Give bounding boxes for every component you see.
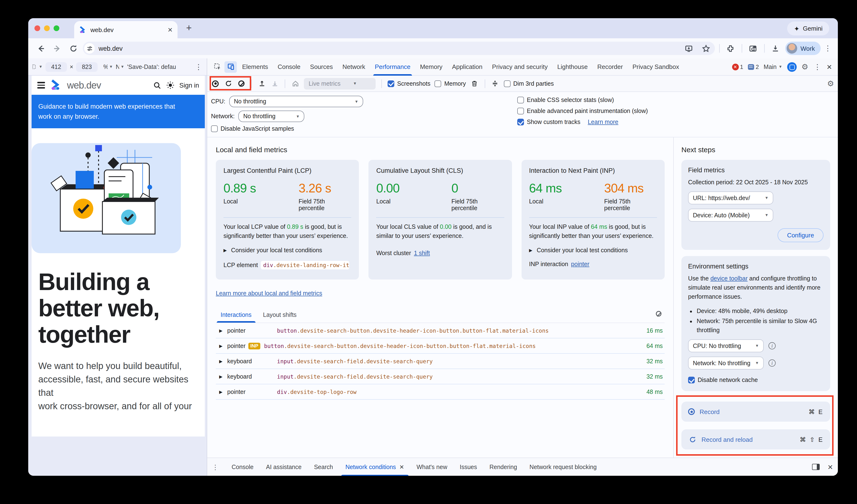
tab-performance[interactable]: Performance bbox=[371, 58, 415, 75]
drawer-tab-rendering[interactable]: Rendering bbox=[483, 458, 523, 476]
device-toolbar-toggle-icon[interactable] bbox=[224, 61, 237, 72]
install-icon[interactable] bbox=[682, 41, 696, 55]
theme-toggle-icon[interactable] bbox=[166, 81, 174, 89]
learn-more-metrics-link[interactable]: Learn more about local and field metrics bbox=[216, 290, 322, 297]
hamburger-menu-icon[interactable] bbox=[37, 82, 45, 88]
tab-interactions[interactable]: Interactions bbox=[216, 309, 256, 323]
tab-layout-shifts[interactable]: Layout shifts bbox=[258, 309, 301, 323]
disable-js-samples-checkbox[interactable]: Disable JavaScript samples bbox=[211, 125, 517, 132]
interaction-row[interactable]: ▶ pointer button.devsite-search-button.d… bbox=[216, 323, 665, 338]
site-logo-text[interactable]: web.dev bbox=[67, 80, 101, 91]
inp-test-conditions-expander[interactable]: ▶Consider your local test conditions bbox=[529, 247, 657, 254]
network-info-icon[interactable]: i bbox=[769, 359, 776, 367]
env-cpu-select[interactable]: CPU: No throttling▼ bbox=[688, 339, 764, 352]
interaction-row[interactable]: ▶ pointer INP button.devsite-search-butt… bbox=[216, 338, 665, 354]
capture-settings-gear-icon[interactable]: ⚙ bbox=[827, 79, 834, 88]
omnibox[interactable]: web.dev bbox=[83, 41, 715, 55]
load-profile-icon[interactable] bbox=[257, 79, 266, 88]
drawer-tab-close-icon[interactable]: ✕ bbox=[399, 464, 404, 470]
clear-log-icon[interactable] bbox=[656, 311, 661, 316]
drawer-layout-icon[interactable] bbox=[812, 464, 820, 470]
drawer-close-icon[interactable]: ✕ bbox=[827, 463, 833, 471]
home-live-metrics-icon[interactable] bbox=[291, 79, 300, 88]
lcp-test-conditions-expander[interactable]: ▶Consider your local test conditions bbox=[223, 247, 351, 254]
save-data-label[interactable]: 'Save-Data': defau bbox=[127, 63, 176, 70]
interaction-row[interactable]: ▶ keyboard input.devsite-search-field.de… bbox=[216, 354, 665, 369]
reload-button[interactable] bbox=[67, 41, 80, 55]
site-settings-icon[interactable] bbox=[84, 43, 95, 54]
cpu-throttle-select[interactable]: No throttling▼ bbox=[229, 96, 363, 107]
save-profile-icon[interactable] bbox=[270, 79, 279, 88]
back-button[interactable] bbox=[34, 41, 47, 55]
interaction-row[interactable]: ▶ pointer div.devsite-top-logo-row 48 ms bbox=[216, 384, 665, 400]
site-search-icon[interactable] bbox=[153, 81, 161, 89]
error-badge[interactable]: ✕1 bbox=[732, 63, 743, 70]
sign-in-button[interactable]: Sign in bbox=[179, 82, 199, 89]
drawer-tab-search[interactable]: Search bbox=[308, 458, 339, 476]
devtools-close-icon[interactable]: ✕ bbox=[827, 63, 832, 71]
tab-lighthouse[interactable]: Lighthouse bbox=[553, 58, 592, 75]
device-toolbar-link[interactable]: device toolbar bbox=[710, 275, 747, 282]
inp-interaction-link[interactable]: pointer bbox=[571, 261, 589, 268]
garbage-collect-icon[interactable] bbox=[470, 79, 479, 88]
downloads-icon[interactable] bbox=[769, 41, 783, 55]
minimize-window-button[interactable] bbox=[44, 26, 50, 31]
interaction-row[interactable]: ▶ keyboard input.devsite-search-field.de… bbox=[216, 369, 665, 384]
devtools-settings-gear-icon[interactable]: ⚙ bbox=[802, 62, 808, 71]
record-reload-action-button[interactable]: Record and reload ⌘ ⇧ E bbox=[682, 429, 830, 450]
drawer-menu-icon[interactable]: ⋮ bbox=[212, 463, 219, 471]
gemini-button[interactable]: ✦ Gemini bbox=[787, 21, 829, 35]
collapse-sections-icon[interactable] bbox=[491, 79, 499, 88]
row-expander-icon[interactable]: ▶ bbox=[219, 374, 222, 379]
drawer-tab-network-conditions[interactable]: Network conditions✕ bbox=[339, 458, 410, 476]
devtools-menu-icon[interactable]: ⋮ bbox=[813, 63, 822, 71]
cpu-info-icon[interactable]: i bbox=[769, 342, 776, 349]
bookmark-star-icon[interactable] bbox=[700, 41, 713, 55]
screenshots-checkbox[interactable]: Screenshots bbox=[388, 80, 431, 87]
tab-sources[interactable]: Sources bbox=[306, 58, 337, 75]
advanced-paint-checkbox[interactable]: Enable advanced paint instrumentation (s… bbox=[517, 108, 648, 114]
zoom-window-button[interactable] bbox=[54, 26, 59, 31]
drawer-tab-issues[interactable]: Issues bbox=[453, 458, 483, 476]
inspect-element-icon[interactable] bbox=[211, 61, 223, 72]
zoom-dropdown[interactable]: %▼ bbox=[103, 63, 113, 70]
drawer-tab-console[interactable]: Console bbox=[225, 458, 260, 476]
dim-3rd-parties-checkbox[interactable]: Dim 3rd parties bbox=[504, 80, 554, 87]
row-expander-icon[interactable]: ▶ bbox=[219, 359, 222, 364]
row-expander-icon[interactable]: ▶ bbox=[219, 328, 222, 333]
tab-elements[interactable]: Elements bbox=[238, 58, 272, 75]
tab-application[interactable]: Application bbox=[448, 58, 487, 75]
new-tab-button[interactable]: + bbox=[186, 23, 192, 33]
drawer-tab-network-request-blocking[interactable]: Network request blocking bbox=[523, 458, 603, 476]
promo-banner[interactable]: Guidance to build modern web experiences… bbox=[32, 95, 205, 128]
record-button[interactable] bbox=[211, 79, 220, 88]
browser-menu-icon[interactable]: ⋮ bbox=[824, 44, 832, 53]
window-controls[interactable] bbox=[34, 26, 59, 31]
message-badge[interactable]: 2 bbox=[748, 63, 759, 70]
device-width-input[interactable]: 412 bbox=[46, 62, 67, 71]
tab-console[interactable]: Console bbox=[273, 58, 305, 75]
memory-checkbox[interactable]: Memory bbox=[435, 80, 466, 87]
forward-button[interactable] bbox=[50, 41, 64, 55]
extensions-icon[interactable] bbox=[724, 41, 737, 55]
throttle-dropdown[interactable]: N▼ bbox=[116, 63, 124, 70]
record-action-button[interactable]: Record ⌘ E bbox=[682, 402, 830, 422]
tab-close-icon[interactable]: ✕ bbox=[167, 26, 173, 33]
drawer-tab-whats-new[interactable]: What's new bbox=[410, 458, 453, 476]
close-window-button[interactable] bbox=[34, 26, 40, 31]
tab-network[interactable]: Network bbox=[338, 58, 369, 75]
row-expander-icon[interactable]: ▶ bbox=[219, 389, 222, 394]
clear-button[interactable] bbox=[237, 79, 246, 88]
gemini-devtools-icon[interactable] bbox=[787, 62, 797, 71]
device-type-dropdown[interactable]: ▼ bbox=[32, 64, 43, 69]
lcp-element-link[interactable]: div.devsite-landing-row-ite… bbox=[261, 261, 349, 269]
record-and-reload-button[interactable] bbox=[224, 79, 233, 88]
drawer-tab-ai-assistance[interactable]: AI assistance bbox=[260, 458, 308, 476]
tab-privacy-sandbox[interactable]: Privacy Sandbox bbox=[628, 58, 683, 75]
tab-privacy-security[interactable]: Privacy and security bbox=[488, 58, 552, 75]
tab-search-icon[interactable] bbox=[746, 41, 760, 55]
field-device-select[interactable]: Device: Auto (Mobile)▼ bbox=[688, 209, 773, 222]
tab-memory[interactable]: Memory bbox=[416, 58, 447, 75]
row-expander-icon[interactable]: ▶ bbox=[219, 343, 222, 348]
env-network-select[interactable]: Network: No throttling▼ bbox=[688, 357, 764, 370]
